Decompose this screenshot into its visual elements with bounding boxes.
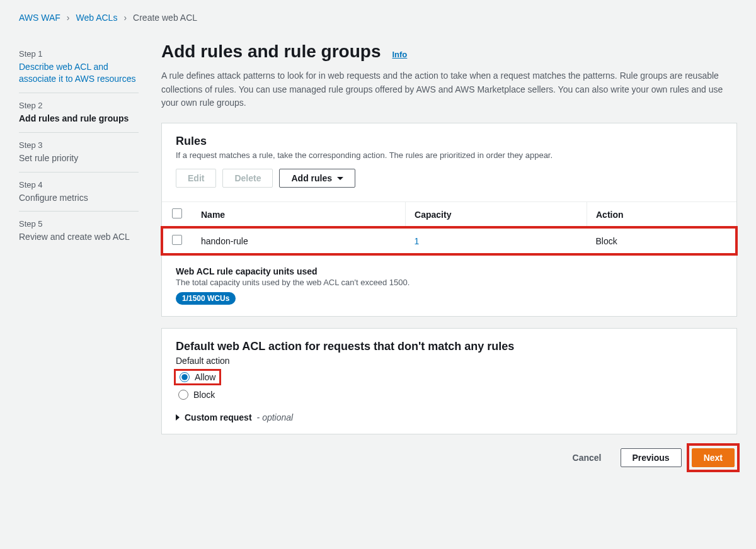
capacity-subtitle: The total capacity units used by the web… xyxy=(176,278,723,287)
breadcrumb-aws-waf[interactable]: AWS WAF xyxy=(19,13,60,23)
cancel-button[interactable]: Cancel xyxy=(561,449,613,467)
rules-panel: Rules If a request matches a rule, take … xyxy=(161,123,737,317)
rule-name: handon-rule xyxy=(192,227,406,255)
step-3[interactable]: Step 3 Set rule priority xyxy=(19,133,139,173)
step-5[interactable]: Step 5 Review and create web ACL xyxy=(19,212,139,251)
custom-request-optional: - optional xyxy=(257,412,294,422)
page-title: Add rules and rule groups xyxy=(161,42,381,62)
row-checkbox[interactable] xyxy=(172,235,182,245)
step-title: Set rule priority xyxy=(19,152,139,164)
step-2[interactable]: Step 2 Add rules and rule groups xyxy=(19,93,139,133)
radio-block-label: Block xyxy=(193,390,215,400)
step-title: Configure metrics xyxy=(19,192,139,204)
chevron-right-icon: › xyxy=(123,13,127,23)
radio-allow-input[interactable] xyxy=(180,372,190,382)
default-action-title: Default web ACL action for requests that… xyxy=(176,340,723,353)
breadcrumb: AWS WAF › Web ACLs › Create web ACL xyxy=(19,13,737,23)
capacity-title: Web ACL rule capacity units used xyxy=(176,266,723,276)
previous-button[interactable]: Previous xyxy=(621,448,682,467)
capacity-badge: 1/1500 WCUs xyxy=(176,292,236,305)
edit-button[interactable]: Edit xyxy=(176,169,216,188)
step-number: Step 4 xyxy=(19,180,139,190)
step-1[interactable]: Step 1 Describe web ACL and associate it… xyxy=(19,42,139,93)
delete-button[interactable]: Delete xyxy=(222,169,273,188)
step-title: Review and create web ACL xyxy=(19,231,139,243)
step-number: Step 2 xyxy=(19,101,139,110)
next-button[interactable]: Next xyxy=(692,448,735,467)
wizard-sidebar: Step 1 Describe web ACL and associate it… xyxy=(19,42,139,470)
radio-allow[interactable]: Allow xyxy=(176,371,219,383)
step-number: Step 1 xyxy=(19,49,139,59)
radio-block-input[interactable] xyxy=(178,390,188,400)
breadcrumb-web-acls[interactable]: Web ACLs xyxy=(76,13,118,23)
caret-down-icon xyxy=(337,177,343,180)
col-action: Action xyxy=(587,202,736,227)
step-title: Describe web ACL and associate it to AWS… xyxy=(19,61,139,85)
default-action-panel: Default web ACL action for requests that… xyxy=(161,328,737,434)
rules-table: Name Capacity Action handon-rule 1 Block xyxy=(162,201,736,254)
table-row[interactable]: handon-rule 1 Block xyxy=(162,227,736,255)
radio-block[interactable]: Block xyxy=(176,388,723,401)
page-description: A rule defines attack patterns to look f… xyxy=(161,69,737,110)
capacity-section: Web ACL rule capacity units used The tot… xyxy=(162,254,736,316)
chevron-right-icon: › xyxy=(67,13,70,23)
rules-title: Rules xyxy=(176,135,723,148)
rule-action: Block xyxy=(587,227,736,255)
rules-subtitle: If a request matches a rule, take the co… xyxy=(176,150,723,160)
default-action-label: Default action xyxy=(176,356,723,366)
select-all-checkbox[interactable] xyxy=(172,208,182,218)
info-link[interactable]: Info xyxy=(392,50,407,59)
triangle-right-icon xyxy=(176,414,180,421)
custom-request-toggle[interactable]: Custom request - optional xyxy=(176,412,723,422)
col-capacity: Capacity xyxy=(406,202,587,227)
rule-capacity: 1 xyxy=(406,227,587,255)
step-title: Add rules and rule groups xyxy=(19,113,139,125)
custom-request-label: Custom request xyxy=(185,412,252,422)
breadcrumb-current: Create web ACL xyxy=(133,13,197,23)
col-name: Name xyxy=(192,202,406,227)
add-rules-label: Add rules xyxy=(291,173,332,183)
add-rules-button[interactable]: Add rules xyxy=(279,169,355,188)
step-4[interactable]: Step 4 Configure metrics xyxy=(19,173,139,212)
radio-allow-label: Allow xyxy=(195,372,215,382)
step-number: Step 3 xyxy=(19,140,139,150)
wizard-footer: Cancel Previous Next xyxy=(161,446,737,470)
step-number: Step 5 xyxy=(19,219,139,229)
